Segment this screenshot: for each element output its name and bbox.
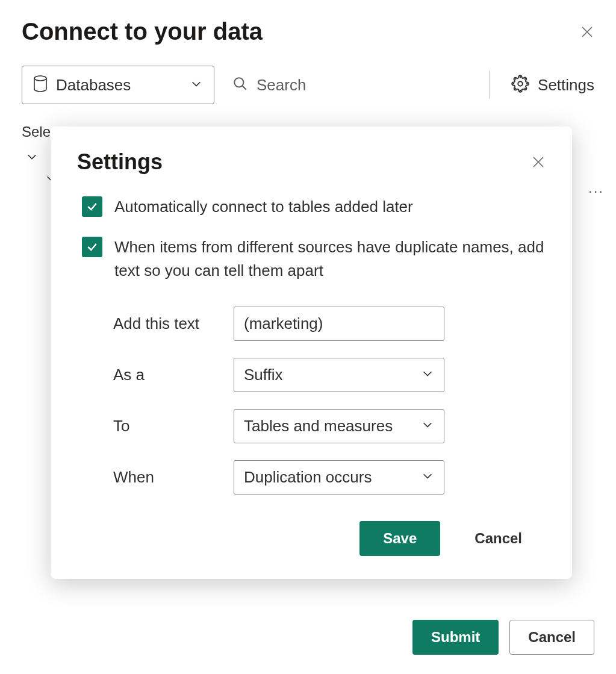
when-select[interactable]: Duplication occurs <box>234 460 444 495</box>
database-icon <box>33 75 48 95</box>
modal-cancel-button[interactable]: Cancel <box>451 521 546 556</box>
page-title: Connect to your data <box>22 18 263 45</box>
search-group <box>228 76 467 95</box>
when-select-value: Duplication occurs <box>244 468 372 487</box>
to-label: To <box>113 417 234 435</box>
auto-connect-row: Automatically connect to tables added la… <box>82 195 546 219</box>
divider <box>489 71 490 99</box>
chevron-down-icon <box>421 366 434 384</box>
when-label: When <box>113 468 234 487</box>
add-text-label: Add this text <box>113 314 234 333</box>
dup-names-checkbox[interactable] <box>82 237 102 257</box>
close-icon <box>531 155 546 169</box>
submit-button[interactable]: Submit <box>412 620 499 655</box>
as-a-label: As a <box>113 366 234 384</box>
settings-button[interactable]: Settings <box>511 75 594 95</box>
close-icon <box>580 25 594 39</box>
to-select[interactable]: Tables and measures <box>234 409 444 443</box>
save-button[interactable]: Save <box>359 521 440 556</box>
cancel-button[interactable]: Cancel <box>509 620 594 655</box>
modal-header: Settings <box>77 149 546 175</box>
settings-label: Settings <box>538 76 594 95</box>
svg-point-2 <box>518 81 523 86</box>
main-header: Connect to your data <box>22 18 594 45</box>
to-select-value: Tables and measures <box>244 417 393 435</box>
chevron-down-icon <box>190 77 203 93</box>
modal-title: Settings <box>77 149 163 175</box>
search-icon <box>232 76 248 94</box>
dup-names-row: When items from different sources have d… <box>82 236 546 282</box>
database-select[interactable]: Databases <box>22 66 214 104</box>
svg-point-0 <box>34 76 46 81</box>
check-icon <box>86 201 98 213</box>
close-button[interactable] <box>580 25 594 39</box>
modal-footer: Save Cancel <box>77 521 546 556</box>
database-select-label: Databases <box>56 76 181 95</box>
chevron-down-icon <box>421 417 434 435</box>
modal-close-button[interactable] <box>531 155 546 169</box>
check-icon <box>86 241 98 253</box>
as-a-select-value: Suffix <box>244 366 283 384</box>
search-input[interactable] <box>257 76 467 95</box>
form-grid: Add this text As a Suffix To Tables and … <box>113 307 546 495</box>
more-options[interactable]: ... <box>588 179 604 196</box>
toolbar: Databases Settings <box>22 66 594 104</box>
main-footer: Submit Cancel <box>412 620 594 655</box>
as-a-select[interactable]: Suffix <box>234 358 444 392</box>
settings-modal: Settings Automatically connect to tables… <box>51 126 572 579</box>
gear-icon <box>511 75 529 95</box>
svg-point-1 <box>234 78 243 87</box>
add-text-input[interactable] <box>234 307 444 341</box>
auto-connect-checkbox[interactable] <box>82 196 102 217</box>
auto-connect-label: Automatically connect to tables added la… <box>114 195 413 219</box>
modal-body: Automatically connect to tables added la… <box>77 195 546 495</box>
dup-names-label: When items from different sources have d… <box>114 236 546 282</box>
chevron-down-icon <box>421 468 434 487</box>
